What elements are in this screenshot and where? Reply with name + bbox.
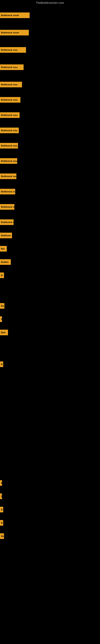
bottleneck-label-21: Bott — [0, 330, 8, 335]
bottleneck-label-4: Bottleneck resu — [0, 64, 24, 70]
bottleneck-bar-10: Bottleneck resu — [0, 158, 17, 164]
bottleneck-bar-11: Bottleneck resu — [0, 174, 16, 179]
bottleneck-label-3: Bottleneck resu — [0, 47, 26, 53]
site-title: TheBottlenecker.com — [0, 0, 100, 5]
bottleneck-bar-1: Bottleneck result — [0, 12, 30, 18]
bottleneck-label-17: Bottlen — [0, 259, 11, 265]
bottleneck-bar-25: B — [0, 507, 3, 512]
bottleneck-bar-3: Bottleneck resu — [0, 47, 26, 53]
bottleneck-bar-5: Bottleneck resu — [0, 82, 22, 87]
bottleneck-bar-21: Bott — [0, 330, 8, 335]
bottleneck-bar-17: Bottlen — [0, 259, 11, 265]
bottleneck-label-5: Bottleneck resu — [0, 82, 22, 87]
bottleneck-bar-14: Bottleneck re — [0, 219, 14, 225]
bottleneck-bar-27: Bo — [0, 533, 4, 539]
bottleneck-label-10: Bottleneck resu — [0, 158, 17, 164]
bottleneck-label-12: Bottleneck re — [0, 189, 15, 194]
bottleneck-label-11: Bottleneck resu — [0, 174, 16, 179]
bottleneck-bar-7: Bottleneck resu — [0, 112, 20, 118]
bottleneck-label-19: Bo — [0, 303, 4, 309]
bottleneck-bar-18: B — [0, 272, 4, 278]
bottleneck-bar-19: Bo — [0, 303, 4, 309]
bottleneck-bar-8: Bottleneck resu — [0, 128, 19, 133]
bottleneck-label-27: Bo — [0, 533, 4, 539]
bottleneck-bar-12: Bottleneck re — [0, 189, 15, 194]
bottleneck-bar-24: B — [0, 494, 2, 499]
bottleneck-label-25: B — [0, 507, 3, 512]
bottleneck-bar-13: Bottleneck re — [0, 204, 14, 210]
bottleneck-bar-4: Bottleneck resu — [0, 64, 24, 70]
bottleneck-label-15: Bottlenec — [0, 233, 12, 238]
bottleneck-label-9: Bottleneck resu — [0, 143, 18, 148]
bottleneck-bar-6: Bottleneck resu — [0, 97, 20, 103]
bottleneck-label-20: B — [0, 316, 2, 322]
bottleneck-bar-22: B — [0, 362, 3, 367]
bottleneck-label-7: Bottleneck resu — [0, 112, 20, 118]
bottleneck-label-13: Bottleneck re — [0, 204, 14, 210]
bottleneck-label-14: Bottleneck re — [0, 219, 14, 225]
bottleneck-label-23: B — [0, 480, 2, 486]
bottleneck-bar-20: B — [0, 316, 2, 322]
bottleneck-bar-26: B — [0, 520, 3, 526]
bottleneck-label-18: B — [0, 272, 4, 278]
bottleneck-label-26: B — [0, 520, 3, 526]
bottleneck-bar-15: Bottlenec — [0, 233, 12, 238]
bottleneck-label-1: Bottleneck result — [0, 12, 30, 18]
bottleneck-bar-16: Bot — [0, 246, 7, 252]
bottleneck-label-24: B — [0, 494, 2, 499]
bottleneck-bar-9: Bottleneck resu — [0, 143, 18, 148]
bottleneck-bar-23: B — [0, 480, 2, 486]
bottleneck-label-22: B — [0, 362, 3, 367]
bottleneck-label-2: Bottleneck result — [0, 30, 29, 36]
bottleneck-label-8: Bottleneck resu — [0, 128, 19, 133]
bottleneck-label-6: Bottleneck resu — [0, 97, 20, 103]
bottleneck-label-16: Bot — [0, 246, 7, 252]
bottleneck-bar-2: Bottleneck result — [0, 30, 29, 36]
